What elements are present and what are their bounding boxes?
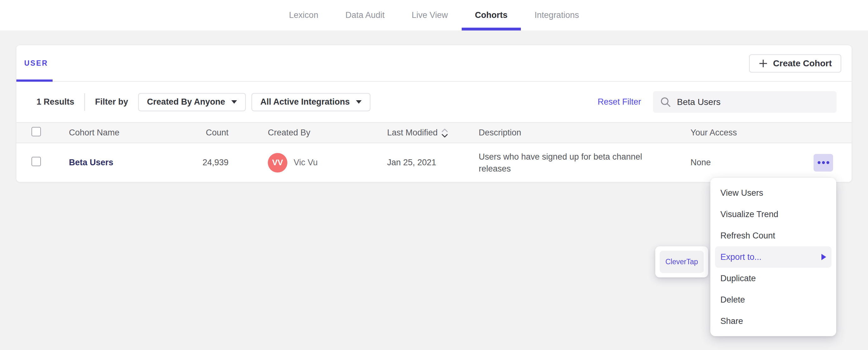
- menu-item-refresh-count[interactable]: Refresh Count: [715, 225, 832, 246]
- more-options-icon: [827, 161, 829, 164]
- cohort-type-tabs: USER Create Cohort: [17, 45, 851, 82]
- caret-down-icon: [231, 100, 237, 104]
- header-description: Description: [479, 128, 690, 138]
- submenu-item-clevertap[interactable]: CleverTap: [660, 251, 704, 273]
- tab-cohorts[interactable]: Cohorts: [474, 0, 509, 31]
- description-cell: Users who have signed up for beta channe…: [479, 151, 661, 175]
- search-icon: [660, 97, 671, 108]
- caret-down-icon: [356, 100, 362, 104]
- filter-by-label: Filter by: [95, 97, 128, 107]
- more-options-icon: [818, 161, 820, 164]
- filter-bar: 1 Results Filter by Created By Anyone Al…: [17, 82, 851, 122]
- divider: [84, 93, 85, 111]
- chevron-right-icon: [822, 254, 826, 260]
- menu-item-delete[interactable]: Delete: [715, 289, 832, 310]
- cohorts-card: USER Create Cohort 1 Results Filter by C…: [16, 45, 852, 182]
- row-checkbox[interactable]: [31, 157, 41, 166]
- created-by-dropdown[interactable]: Created By Anyone: [138, 93, 246, 111]
- header-count: Count: [188, 128, 228, 138]
- tab-live-view[interactable]: Live View: [410, 0, 449, 31]
- avatar: VV: [268, 153, 287, 173]
- tab-data-audit[interactable]: Data Audit: [344, 0, 386, 31]
- results-count: 1 Results: [36, 97, 74, 107]
- created-by-cell: VV Vic Vu: [228, 153, 387, 173]
- create-cohort-button[interactable]: Create Cohort: [749, 55, 841, 73]
- search-box: [653, 91, 837, 113]
- tab-lexicon[interactable]: Lexicon: [288, 0, 319, 31]
- top-navigation: Lexicon Data Audit Live View Cohorts Int…: [0, 0, 868, 31]
- header-last-modified-label: Last Modified: [387, 128, 438, 138]
- row-actions-menu: View Users Visualize Trend Refresh Count…: [710, 178, 836, 336]
- cohorts-page: USER Create Cohort 1 Results Filter by C…: [0, 31, 868, 182]
- sort-icon[interactable]: [441, 127, 448, 139]
- created-by-name: Vic Vu: [293, 158, 318, 168]
- header-last-modified[interactable]: Last Modified: [387, 127, 479, 139]
- your-access-cell: None: [690, 158, 813, 168]
- search-input[interactable]: [677, 97, 830, 107]
- export-submenu: CleverTap: [655, 246, 708, 277]
- plus-icon: [758, 59, 768, 68]
- more-options-icon: [822, 161, 825, 164]
- created-by-dropdown-value: Created By Anyone: [147, 97, 225, 107]
- menu-item-duplicate[interactable]: Duplicate: [715, 268, 832, 289]
- header-cohort-name: Cohort Name: [69, 128, 188, 138]
- table-header: Cohort Name Count Created By Last Modifi…: [17, 122, 851, 143]
- menu-item-share[interactable]: Share: [715, 310, 832, 332]
- tab-user-cohorts[interactable]: USER: [24, 45, 48, 81]
- last-modified-cell: Jan 25, 2021: [387, 158, 479, 168]
- cohort-count: 24,939: [188, 158, 228, 168]
- header-your-access: Your Access: [690, 128, 813, 138]
- tab-integrations[interactable]: Integrations: [533, 0, 580, 31]
- reset-filter-link[interactable]: Reset Filter: [598, 97, 641, 107]
- menu-item-visualize-trend[interactable]: Visualize Trend: [715, 204, 832, 225]
- menu-item-export-to-label: Export to...: [720, 252, 762, 262]
- integrations-dropdown-value: All Active Integrations: [260, 97, 350, 107]
- menu-item-view-users[interactable]: View Users: [715, 182, 832, 204]
- menu-item-export-to[interactable]: Export to...: [715, 246, 832, 268]
- row-actions-button[interactable]: [813, 154, 833, 172]
- select-all-checkbox[interactable]: [31, 127, 41, 136]
- table-row: Beta Users 24,939 VV Vic Vu Jan 25, 2021…: [17, 143, 851, 182]
- create-cohort-label: Create Cohort: [773, 59, 832, 69]
- integrations-dropdown[interactable]: All Active Integrations: [251, 93, 370, 111]
- cohort-name-link[interactable]: Beta Users: [69, 158, 113, 167]
- header-created-by: Created By: [228, 128, 387, 138]
